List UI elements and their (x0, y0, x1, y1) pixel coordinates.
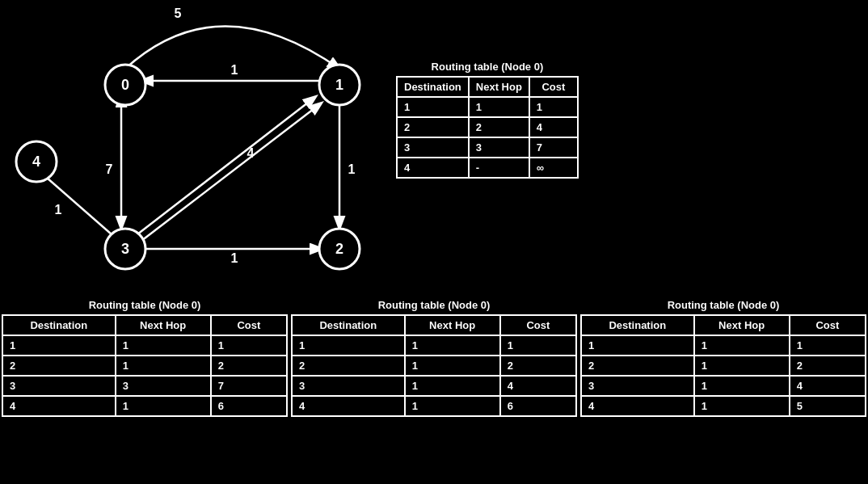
table-cell: 1 (500, 335, 576, 356)
table-cell: 2 (790, 356, 866, 376)
bt2-col-cost: Cost (790, 315, 866, 335)
node-3-label: 3 (121, 241, 129, 257)
bottom-table-1-grid: Destination Next Hop Cost 111212314416 (291, 314, 577, 417)
bt0-col-dest: Destination (2, 315, 116, 335)
table-cell: ∞ (529, 158, 578, 178)
table-cell: 2 (397, 117, 469, 137)
table-cell: 6 (211, 396, 287, 416)
edge-label-5: 5 (175, 6, 182, 20)
bottom-tables-container: Routing table (Node 0) Destination Next … (0, 295, 868, 421)
edge-label-01: 1 (231, 63, 238, 77)
table-cell: 4 (2, 396, 116, 416)
main-routing-table: Routing table (Node 0) Destination Next … (396, 61, 579, 179)
table-cell: 1 (116, 335, 211, 356)
table-cell: 4 (790, 376, 866, 396)
table-cell: 1 (116, 356, 211, 376)
table-cell: 1 (790, 335, 866, 356)
edge-label-32: 1 (231, 251, 238, 265)
table-cell: 4 (397, 158, 469, 178)
table-cell: 1 (405, 356, 500, 376)
network-diagram: 5 1 1 7 1 4 1 0 1 2 3 4 (0, 0, 404, 291)
table-cell: 1 (2, 335, 116, 356)
node-0-label: 0 (121, 77, 129, 93)
edge-label-43: 1 (55, 203, 62, 217)
table-cell: 2 (211, 356, 287, 376)
node-4-label: 4 (32, 154, 40, 170)
table-cell: 1 (116, 396, 211, 416)
table-cell: 3 (469, 137, 529, 158)
table-cell: 7 (529, 137, 578, 158)
table-cell: 4 (500, 376, 576, 396)
table-cell: 4 (529, 117, 578, 137)
main-col-dest: Destination (397, 77, 469, 97)
bottom-table-2-title: Routing table (Node 0) (668, 299, 780, 311)
bottom-table-0-title: Routing table (Node 0) (89, 299, 201, 311)
main-routing-table-grid: Destination Next Hop Cost 1112243374-∞ (396, 76, 579, 179)
table-cell: 1 (694, 356, 790, 376)
node-2-label: 2 (335, 241, 343, 257)
table-cell: 1 (581, 335, 694, 356)
bottom-table-1-title: Routing table (Node 0) (378, 299, 491, 311)
bt0-col-hop: Next Hop (116, 315, 211, 335)
bottom-table-0: Routing table (Node 0) Destination Next … (0, 295, 289, 421)
table-cell: 1 (694, 376, 790, 396)
table-cell: 3 (397, 137, 469, 158)
table-cell: 1 (405, 376, 500, 396)
bt2-col-hop: Next Hop (694, 315, 790, 335)
bt1-col-cost: Cost (500, 315, 576, 335)
table-cell: 1 (694, 396, 790, 416)
main-table-title: Routing table (Node 0) (396, 61, 579, 73)
table-cell: 2 (500, 356, 576, 376)
main-col-hop: Next Hop (469, 77, 529, 97)
bottom-table-2: Routing table (Node 0) Destination Next … (579, 295, 868, 421)
table-cell: 1 (694, 335, 790, 356)
main-col-cost: Cost (529, 77, 578, 97)
table-cell: 4 (292, 396, 405, 416)
table-cell: 5 (790, 396, 866, 416)
table-cell: 1 (469, 97, 529, 117)
edge-label-12: 1 (348, 162, 356, 176)
bt1-col-hop: Next Hop (405, 315, 500, 335)
bottom-table-1: Routing table (Node 0) Destination Next … (289, 295, 579, 421)
table-cell: 1 (529, 97, 578, 117)
table-cell: 3 (292, 376, 405, 396)
table-cell: 7 (211, 376, 287, 396)
table-cell: 2 (292, 356, 405, 376)
bt2-col-dest: Destination (581, 315, 694, 335)
table-cell: 1 (397, 97, 469, 117)
bottom-table-2-grid: Destination Next Hop Cost 111212314415 (580, 314, 866, 417)
edge-diag-1 (137, 97, 315, 234)
bottom-table-0-grid: Destination Next Hop Cost 111212337416 (2, 314, 288, 417)
table-cell: 3 (116, 376, 211, 396)
table-cell: 3 (2, 376, 116, 396)
edge-label-diag: 4 (247, 146, 255, 160)
bt0-col-cost: Cost (211, 315, 287, 335)
table-cell: 1 (292, 335, 405, 356)
node-1-label: 1 (335, 77, 343, 93)
table-cell: 3 (581, 376, 694, 396)
table-cell: 1 (405, 335, 500, 356)
table-cell: 1 (405, 396, 500, 416)
edge-label-03: 7 (106, 162, 113, 176)
table-cell: 1 (211, 335, 287, 356)
edge-diag-2 (141, 103, 321, 241)
bt1-col-dest: Destination (292, 315, 405, 335)
table-cell: 2 (2, 356, 116, 376)
table-cell: 6 (500, 396, 576, 416)
table-cell: 4 (581, 396, 694, 416)
table-cell: 2 (581, 356, 694, 376)
table-cell: - (469, 158, 529, 178)
table-cell: 2 (469, 117, 529, 137)
